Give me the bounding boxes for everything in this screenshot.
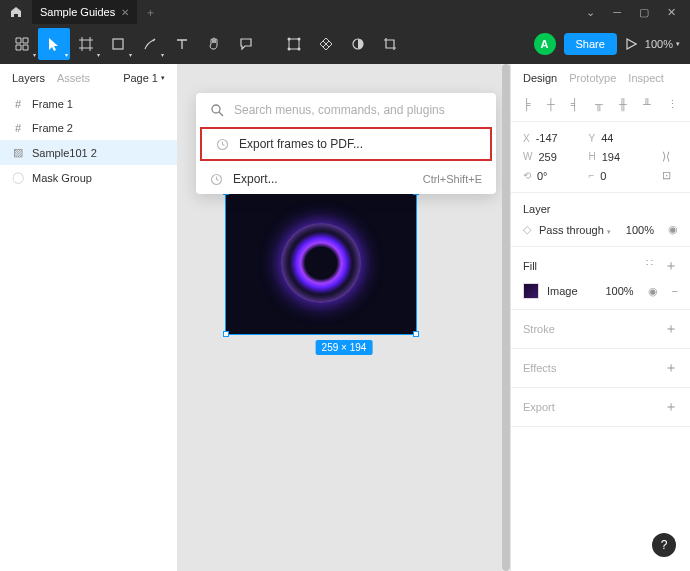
mask-tool[interactable] <box>342 28 374 60</box>
main-menu-button[interactable]: ▾ <box>6 28 38 60</box>
blend-mode-icon: ◇ <box>523 223 531 236</box>
align-right-icon[interactable]: ╡ <box>571 98 579 111</box>
independent-corners-icon[interactable]: ⊡ <box>654 169 678 182</box>
share-button[interactable]: Share <box>564 33 617 55</box>
resize-handle[interactable] <box>413 331 419 337</box>
align-vcenter-icon[interactable]: ╫ <box>619 98 627 111</box>
layer-item[interactable]: # Frame 2 <box>0 116 177 140</box>
add-effect-button[interactable]: ＋ <box>664 359 678 377</box>
radius-input[interactable]: ⌐0 <box>589 170 647 182</box>
recent-icon <box>210 173 223 186</box>
fill-type-label[interactable]: Image <box>547 285 578 297</box>
chevron-down-icon[interactable]: ⌄ <box>586 6 595 19</box>
align-hcenter-icon[interactable]: ┼ <box>547 98 555 111</box>
svg-point-7 <box>212 105 220 113</box>
move-tool[interactable]: ▾ <box>38 28 70 60</box>
close-window-icon[interactable]: ✕ <box>667 6 676 19</box>
present-button[interactable] <box>625 38 637 50</box>
visibility-icon[interactable]: ◉ <box>668 223 678 236</box>
distribute-icon[interactable]: ⋮ <box>667 98 678 111</box>
crop-tool[interactable] <box>374 28 406 60</box>
stroke-section-title: Stroke <box>523 323 555 335</box>
home-icon[interactable] <box>0 6 32 18</box>
command-item[interactable]: Export... Ctrl+Shift+E <box>196 164 496 194</box>
pen-tool[interactable]: ▾ <box>134 28 166 60</box>
layer-item[interactable]: ◯ Mask Group <box>0 165 177 190</box>
new-tab-button[interactable]: ＋ <box>145 5 156 20</box>
dimensions-badge: 259 × 194 <box>316 340 373 355</box>
command-palette: Export frames to PDF... Export... Ctrl+S… <box>196 93 496 194</box>
x-input[interactable]: X-147 <box>523 132 581 144</box>
avatar[interactable]: A <box>534 33 556 55</box>
canvas-scrollbar[interactable] <box>502 64 510 571</box>
prototype-tab[interactable]: Prototype <box>569 72 616 84</box>
command-search-input[interactable] <box>234 103 482 117</box>
layer-opacity-input[interactable]: 100% <box>626 224 654 236</box>
effects-section-title: Effects <box>523 362 556 374</box>
file-tab[interactable]: Sample Guides ✕ <box>32 0 137 24</box>
fill-visibility-icon[interactable]: ◉ <box>648 285 658 298</box>
svg-rect-1 <box>289 39 299 49</box>
fill-swatch[interactable] <box>523 283 539 299</box>
inspect-tab[interactable]: Inspect <box>628 72 663 84</box>
search-icon <box>210 103 224 117</box>
mask-icon: ◯ <box>12 171 24 184</box>
constrain-proportions-icon[interactable]: ⟩⟨ <box>654 150 678 163</box>
artwork-image <box>281 223 361 303</box>
assets-tab[interactable]: Assets <box>57 72 90 84</box>
design-tab[interactable]: Design <box>523 72 557 84</box>
image-icon: ▨ <box>12 146 24 159</box>
layer-section-title: Layer <box>523 203 678 215</box>
fill-section-title: Fill <box>523 260 537 272</box>
recent-icon <box>216 138 229 151</box>
shortcut-label: Ctrl+Shift+E <box>423 173 482 185</box>
remove-fill-icon[interactable]: − <box>672 285 678 297</box>
shape-tool[interactable]: ▾ <box>102 28 134 60</box>
edit-object-tool[interactable] <box>278 28 310 60</box>
align-top-icon[interactable]: ╥ <box>595 98 603 111</box>
command-item[interactable]: Export frames to PDF... <box>200 127 492 161</box>
svg-point-5 <box>298 48 301 51</box>
svg-point-3 <box>298 38 301 41</box>
svg-rect-0 <box>113 39 123 49</box>
y-input[interactable]: Y44 <box>589 132 647 144</box>
file-tab-label: Sample Guides <box>40 6 115 18</box>
blend-mode-dropdown[interactable]: Pass through ▾ <box>539 224 611 236</box>
zoom-dropdown[interactable]: 100%▾ <box>645 38 680 50</box>
width-input[interactable]: W259 <box>523 151 581 163</box>
align-bottom-icon[interactable]: ╨ <box>643 98 651 111</box>
text-tool[interactable] <box>166 28 198 60</box>
layer-item[interactable]: # Frame 1 <box>0 92 177 116</box>
close-tab-icon[interactable]: ✕ <box>121 7 129 18</box>
add-stroke-button[interactable]: ＋ <box>664 320 678 338</box>
maximize-icon[interactable]: ▢ <box>639 6 649 19</box>
frame-icon: # <box>12 98 24 110</box>
component-tool[interactable] <box>310 28 342 60</box>
hand-tool[interactable] <box>198 28 230 60</box>
align-left-icon[interactable]: ╞ <box>523 98 531 111</box>
layer-item[interactable]: ▨ Sample101 2 <box>0 140 177 165</box>
resize-handle[interactable] <box>223 331 229 337</box>
selected-frame[interactable] <box>225 191 417 335</box>
page-dropdown[interactable]: Page 1▾ <box>123 72 165 84</box>
layers-tab[interactable]: Layers <box>12 72 45 84</box>
export-section-title: Export <box>523 401 555 413</box>
frame-icon: # <box>12 122 24 134</box>
minimize-icon[interactable]: ─ <box>613 6 621 19</box>
frame-tool[interactable]: ▾ <box>70 28 102 60</box>
height-input[interactable]: H194 <box>589 151 647 163</box>
comment-tool[interactable] <box>230 28 262 60</box>
fill-opacity-input[interactable]: 100% <box>605 285 633 297</box>
svg-point-2 <box>288 38 291 41</box>
help-button[interactable]: ? <box>652 533 676 557</box>
rotation-input[interactable]: ⟲0° <box>523 170 581 182</box>
add-fill-button[interactable]: ＋ <box>664 257 678 275</box>
add-export-button[interactable]: ＋ <box>664 398 678 416</box>
fill-styles-icon[interactable]: ∷ <box>646 257 654 275</box>
svg-point-4 <box>288 48 291 51</box>
